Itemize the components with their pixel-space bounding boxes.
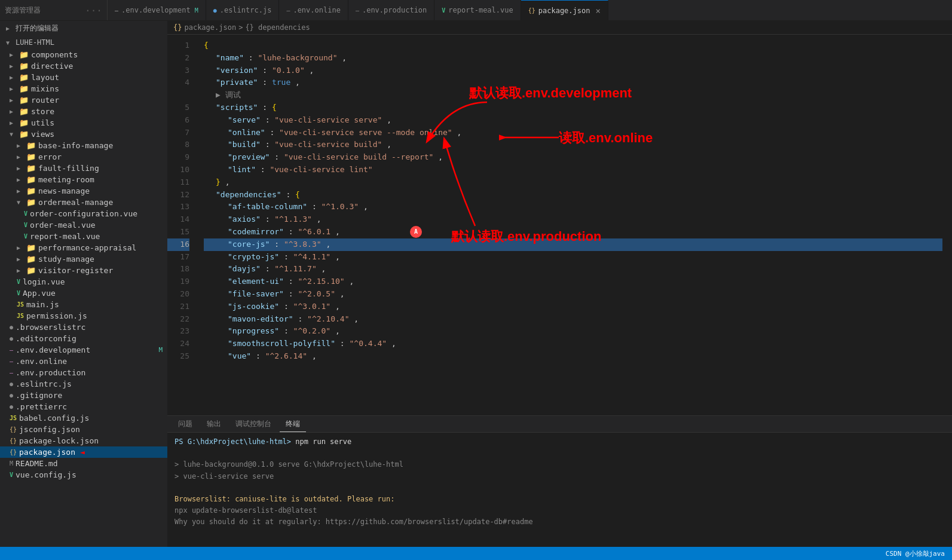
terminal-tab-debug[interactable]: 调试控制台 bbox=[229, 416, 277, 432]
sidebar-label-utils: utils bbox=[31, 118, 54, 127]
terminal-line-6: Why you should do it at regularly: https… bbox=[175, 516, 945, 528]
tab-label-env-online: .env.online bbox=[293, 6, 340, 14]
sidebar-label-views: views bbox=[31, 130, 54, 139]
sidebar-item-report-meal[interactable]: V report-meal.vue bbox=[0, 231, 167, 242]
sidebar-item-env-development[interactable]: — .env.development M bbox=[0, 344, 167, 356]
sidebar-label-report-meal: report-meal.vue bbox=[30, 232, 100, 241]
sidebar-item-ordermeal[interactable]: ▼ 📁 ordermeal-manage bbox=[0, 197, 167, 208]
terminal-line-3: > vue-cli-service serve bbox=[175, 471, 945, 482]
sidebar-item-env-production[interactable]: — .env.production bbox=[0, 367, 167, 378]
terminal-area: 问题 输出 调试控制台 终端 PS G:\hdxProject\luhe-htm… bbox=[167, 415, 952, 547]
sidebar-item-main-js[interactable]: JS main.js bbox=[0, 299, 167, 310]
sidebar-label-visitor: visitor-register bbox=[38, 266, 113, 275]
sidebar-item-app[interactable]: V App.vue bbox=[0, 287, 167, 299]
sidebar-item-performance[interactable]: ▶ 📁 performance-appraisal bbox=[0, 242, 167, 253]
code-line-7: "online" : "vue-cli-service serve --mode… bbox=[204, 127, 942, 139]
md-icon-readme: M bbox=[10, 460, 13, 467]
terminal-content[interactable]: PS G:\hdxProject\luhe-html> npm run serv… bbox=[167, 433, 952, 547]
sidebar-label-mixins: mixins bbox=[31, 84, 59, 93]
sidebar-label-error: error bbox=[38, 152, 62, 161]
tab-report-meal[interactable]: V report-meal.vue bbox=[434, 0, 521, 20]
sidebar-item-browserslistrc[interactable]: ● .browserslistrc bbox=[0, 322, 167, 333]
sidebar-item-layout[interactable]: ▶ 📁 layout bbox=[0, 72, 167, 83]
sidebar-label-pkg-lock: package-lock.json bbox=[19, 436, 99, 445]
explorer-header: 资源管理器 ··· bbox=[0, 0, 108, 20]
tab-close-package-json[interactable]: × bbox=[595, 6, 600, 16]
folder-icon-meeting: 📁 bbox=[26, 175, 36, 184]
sidebar-item-editorconfig[interactable]: ● .editorconfig bbox=[0, 333, 167, 344]
dot-icon-prettierrc: ● bbox=[10, 403, 13, 410]
code-line-9: "preview" : "vue-cli-service build --rep… bbox=[204, 151, 942, 164]
tab-icon-package-json: {} bbox=[528, 7, 535, 14]
sidebar-label-store: store bbox=[31, 107, 54, 116]
sidebar-label-router: router bbox=[31, 96, 59, 105]
sidebar-item-views[interactable]: ▼ 📁 views bbox=[0, 128, 167, 140]
sidebar-item-order-meal[interactable]: V order-meal.vue bbox=[0, 219, 167, 231]
sidebar-item-jsconfig[interactable]: {} jsconfig.json bbox=[0, 424, 167, 435]
sidebar-item-env-online[interactable]: — .env.online bbox=[0, 356, 167, 367]
sidebar-label-order-config: order-configuration.vue bbox=[30, 209, 137, 218]
sidebar-item-base-info-manage[interactable]: ▶ 📁 base-info-manage bbox=[0, 140, 167, 151]
sidebar-item-visitor-register[interactable]: ▶ 📁 visitor-register bbox=[0, 265, 167, 276]
folder-icon-base-info: 📁 bbox=[26, 141, 36, 150]
terminal-warn-1: Browserslist: caniuse-lite is outdated. … bbox=[175, 495, 394, 503]
sidebar-item-fault-filling[interactable]: ▶ 📁 fault-filling bbox=[0, 163, 167, 174]
dot-icon-eslintrc: ● bbox=[10, 381, 13, 387]
sidebar-item-prettierrc[interactable]: ● .prettierrc bbox=[0, 401, 167, 412]
terminal-line-5: npx update-browserslist-db@latest bbox=[175, 505, 945, 516]
sidebar-item-components[interactable]: ▶ 📁 components bbox=[0, 49, 167, 60]
sidebar-item-error[interactable]: ▶ 📁 error bbox=[0, 151, 167, 163]
sidebar-item-readme[interactable]: M README.md bbox=[0, 458, 167, 469]
sidebar-item-login[interactable]: V login.vue bbox=[0, 276, 167, 287]
more-icon[interactable]: ··· bbox=[85, 5, 102, 16]
sidebar-item-package-json[interactable]: {} package.json ◄ bbox=[0, 446, 167, 458]
sidebar-label-env-production: .env.production bbox=[16, 368, 85, 377]
sidebar-item-package-lock[interactable]: {} package-lock.json bbox=[0, 435, 167, 446]
sidebar-item-mixins[interactable]: ▶ 📁 mixins bbox=[0, 83, 167, 94]
editor-area: {} package.json > {} dependencies 1 2 3 … bbox=[167, 21, 952, 547]
code-content[interactable]: { "name" : "luhe-background" , "version" bbox=[194, 35, 952, 415]
tab-env-development[interactable]: — .env.development M bbox=[108, 0, 206, 20]
tab-package-json[interactable]: {} package.json × bbox=[521, 0, 608, 20]
sidebar-label-layout: layout bbox=[31, 73, 59, 82]
terminal-tab-terminal[interactable]: 终端 bbox=[280, 416, 306, 432]
sidebar-item-babel-config[interactable]: JS babel.config.js bbox=[0, 412, 167, 424]
tab-eslintrc[interactable]: ● .eslintrc.js bbox=[206, 0, 280, 20]
tab-env-online[interactable]: — .env.online bbox=[279, 0, 348, 20]
sidebar-item-study-manage[interactable]: ▶ 📁 study-manage bbox=[0, 253, 167, 265]
terminal-tab-issues[interactable]: 问题 bbox=[172, 416, 198, 432]
sidebar-label-directive: directive bbox=[31, 62, 73, 71]
sidebar-item-vue-config[interactable]: V vue.config.js bbox=[0, 469, 167, 481]
sidebar-item-eslintrc[interactable]: ● .eslintrc.js bbox=[0, 378, 167, 390]
sidebar-label-ordermeal: ordermeal-manage bbox=[38, 198, 113, 207]
tab-label-env-production: .env.production bbox=[362, 6, 427, 14]
sidebar-label-pkg-json: package.json bbox=[19, 448, 75, 457]
sidebar-item-gitignore[interactable]: ● .gitignore bbox=[0, 390, 167, 401]
code-line-14: "axios" : "^1.1.3" , bbox=[204, 213, 942, 226]
sidebar-root[interactable]: ▼ LUHE-HTML bbox=[0, 36, 167, 49]
code-line-22: "mavon-editor" : "^2.10.4" , bbox=[204, 313, 942, 326]
sidebar-item-router[interactable]: ▶ 📁 router bbox=[0, 94, 167, 106]
sidebar-item-news-manage[interactable]: ▶ 📁 news-manage bbox=[0, 185, 167, 197]
sidebar-open-editors[interactable]: ▶ 打开的编辑器 bbox=[0, 21, 167, 36]
code-line-3: "version" : "0.1.0" , bbox=[204, 65, 942, 77]
sidebar-item-meeting-room[interactable]: ▶ 📁 meeting-room bbox=[0, 174, 167, 185]
tab-label-package-json: package.json bbox=[538, 7, 590, 15]
sidebar-item-directive[interactable]: ▶ 📁 directive bbox=[0, 60, 167, 72]
sidebar-label-gitignore: .gitignore bbox=[16, 391, 62, 400]
json-icon-pkg-lock: {} bbox=[10, 437, 17, 444]
dot-icon-editorconfig: ● bbox=[10, 335, 13, 342]
sidebar-item-utils[interactable]: ▶ 📁 utils bbox=[0, 117, 167, 128]
terminal-line-2: > luhe-background@0.1.0 serve G:\hdxProj… bbox=[175, 459, 945, 470]
dot-icon-gitignore: ● bbox=[10, 392, 13, 399]
tab-env-production[interactable]: — .env.production bbox=[348, 0, 434, 20]
sidebar-label-login: login.vue bbox=[23, 277, 65, 286]
sidebar-item-store[interactable]: ▶ 📁 store bbox=[0, 106, 167, 117]
code-line-25: "vue" : "^2.6.14" , bbox=[204, 350, 942, 363]
sidebar-item-permission-js[interactable]: JS permission.js bbox=[0, 310, 167, 322]
ai-badge[interactable]: A bbox=[410, 226, 422, 238]
terminal-tab-output[interactable]: 输出 bbox=[201, 416, 227, 432]
folder-icon-ordermeal: 📁 bbox=[26, 198, 36, 207]
main-layout: ▶ 打开的编辑器 ▼ LUHE-HTML ▶ 📁 components ▶ 📁 … bbox=[0, 21, 952, 547]
sidebar-item-order-config[interactable]: V order-configuration.vue bbox=[0, 208, 167, 219]
